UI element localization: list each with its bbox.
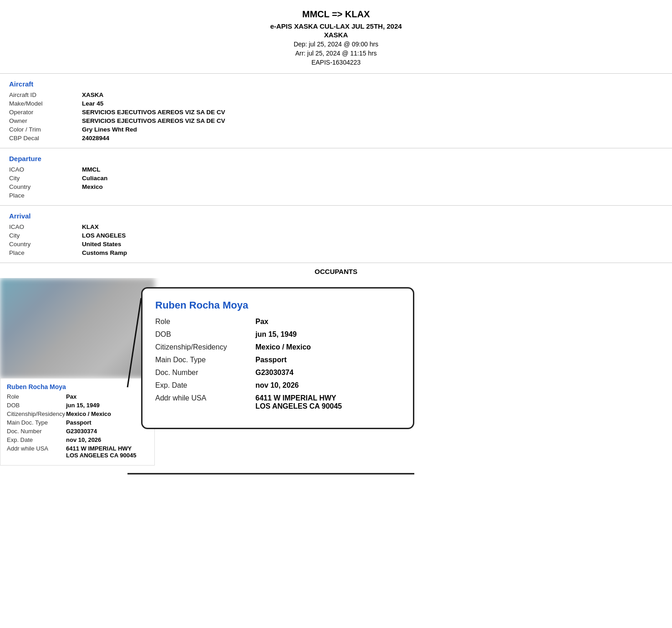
field-row: Citizenship/ResidencyMexico / Mexico: [155, 343, 400, 351]
occupant-card-large: Ruben Rocha Moya RolePaxDOBjun 15, 1949C…: [141, 287, 414, 429]
field-label: Country: [9, 183, 82, 190]
field-row: ICAOMMCL: [9, 166, 663, 173]
aircraft-section: Aircraft Aircraft IDXASKAMake/ModelLear …: [0, 74, 672, 148]
field-value: Pax: [66, 393, 76, 400]
large-card-fields: RolePaxDOBjun 15, 1949Citizenship/Reside…: [155, 318, 400, 410]
departure-time: Dep: jul 25, 2024 @ 09:00 hrs: [18, 41, 654, 48]
field-row: Exp. Datenov 10, 2026: [155, 381, 400, 390]
departure-section: Departure ICAOMMCLCityCuliacanCountryMex…: [0, 148, 672, 206]
field-row: Aircraft IDXASKA: [9, 91, 663, 98]
field-value: KLAX: [82, 223, 99, 230]
field-row: Citizenship/ResidencyMexico / Mexico: [7, 410, 148, 417]
field-label: ICAO: [9, 166, 82, 173]
field-label: Citizenship/Residency: [155, 343, 255, 351]
field-label: Doc. Number: [155, 369, 255, 377]
field-label: CBP Decal: [9, 135, 82, 142]
field-value: MMCL: [82, 166, 101, 173]
field-value: Culiacan: [82, 175, 107, 182]
field-label: Main Doc. Type: [7, 419, 66, 426]
field-label: Addr while USA: [155, 394, 255, 402]
occupants-title: OCCUPANTS: [0, 263, 672, 278]
field-row: CBP Decal24028944: [9, 135, 663, 142]
eapis-number: EAPIS-16304223: [18, 59, 654, 66]
flight-subtitle: e-APIS XASKA CUL-LAX JUL 25TH, 2024: [18, 22, 654, 30]
field-row: Main Doc. TypePassport: [155, 356, 400, 364]
occupant-card-small: Ruben Rocha Moya RolePaxDOBjun 15, 1949C…: [0, 378, 155, 466]
field-row: OperatorSERVICIOS EJECUTIVOS AEREOS VIZ …: [9, 109, 663, 116]
field-row: Addr while USA6411 W IMPERIAL HWY LOS AN…: [155, 394, 400, 410]
field-label: Role: [155, 318, 255, 326]
small-card-name: Ruben Rocha Moya: [7, 383, 148, 390]
field-value: Passport: [255, 356, 286, 364]
field-row: OwnerSERVICIOS EJECUTIVOS AEREOS VIZ SA …: [9, 117, 663, 124]
field-label: Addr while USA: [7, 445, 66, 452]
field-row: Doc. NumberG23030374: [7, 428, 148, 435]
arrival-fields: ICAOKLAXCityLOS ANGELESCountryUnited Sta…: [9, 223, 663, 256]
field-label: ICAO: [9, 223, 82, 230]
field-label: Owner: [9, 117, 82, 124]
field-row: CountryUnited States: [9, 241, 663, 248]
field-label: Exp. Date: [155, 381, 255, 390]
arrival-section: Arrival ICAOKLAXCityLOS ANGELESCountryUn…: [0, 206, 672, 263]
field-label: Place: [9, 249, 82, 256]
field-value: G23030374: [66, 428, 97, 435]
field-value: G23030374: [255, 369, 294, 377]
field-value: Passport: [66, 419, 92, 426]
field-value: jun 15, 1949: [66, 402, 100, 409]
field-value: nov 10, 2026: [66, 436, 101, 443]
photo-blur: [0, 278, 155, 378]
field-value: 6411 W IMPERIAL HWY LOS ANGELES CA 90045: [66, 445, 136, 459]
field-value: SERVICIOS EJECUTIVOS AEREOS VIZ SA DE CV: [82, 109, 225, 116]
field-row: Exp. Datenov 10, 2026: [7, 436, 148, 443]
field-label: Color / Trim: [9, 126, 82, 133]
field-value: XASKA: [82, 91, 103, 98]
departure-fields: ICAOMMCLCityCuliacanCountryMexicoPlace: [9, 166, 663, 199]
field-label: Citizenship/Residency: [7, 410, 66, 417]
field-row: ICAOKLAX: [9, 223, 663, 230]
departure-section-title: Departure: [9, 155, 663, 162]
field-row: Addr while USA6411 W IMPERIAL HWY LOS AN…: [7, 445, 148, 459]
field-row: Place: [9, 192, 663, 199]
occupants-header-area: OCCUPANTS: [0, 263, 672, 278]
field-value: United States: [82, 241, 121, 248]
field-value: Gry Lines Wht Red: [82, 126, 137, 133]
field-value: SERVICIOS EJECUTIVOS AEREOS VIZ SA DE CV: [82, 117, 225, 124]
field-value: jun 15, 1949: [255, 330, 297, 339]
field-label: Exp. Date: [7, 436, 66, 443]
occupants-area: Ruben Rocha Moya RolePaxDOBjun 15, 1949C…: [0, 278, 672, 478]
field-value: LOS ANGELES: [82, 232, 126, 239]
field-label: Operator: [9, 109, 82, 116]
field-row: CityCuliacan: [9, 175, 663, 182]
header: MMCL => KLAX e-APIS XASKA CUL-LAX JUL 25…: [0, 0, 672, 74]
field-row: DOBjun 15, 1949: [155, 330, 400, 339]
flight-name: XASKA: [18, 31, 654, 39]
small-card-fields: RolePaxDOBjun 15, 1949Citizenship/Reside…: [7, 393, 148, 459]
field-row: RolePax: [155, 318, 400, 326]
field-label: Country: [9, 241, 82, 248]
field-row: Make/ModelLear 45: [9, 100, 663, 107]
route-title: MMCL => KLAX: [18, 9, 654, 20]
field-label: City: [9, 232, 82, 239]
field-label: Make/Model: [9, 100, 82, 107]
field-value: Mexico / Mexico: [255, 343, 311, 351]
aircraft-section-title: Aircraft: [9, 80, 663, 88]
field-value: 24028944: [82, 135, 109, 142]
arrival-section-title: Arrival: [9, 212, 663, 220]
aircraft-fields: Aircraft IDXASKAMake/ModelLear 45Operato…: [9, 91, 663, 142]
field-value: Customs Ramp: [82, 249, 127, 256]
field-row: CityLOS ANGELES: [9, 232, 663, 239]
field-value: Pax: [255, 318, 268, 326]
field-label: Role: [7, 393, 66, 400]
field-value: Mexico: [82, 183, 103, 190]
large-card-name: Ruben Rocha Moya: [155, 299, 400, 311]
field-label: Place: [9, 192, 82, 199]
field-row: Main Doc. TypePassport: [7, 419, 148, 426]
field-label: Doc. Number: [7, 428, 66, 435]
field-value: Mexico / Mexico: [66, 410, 111, 417]
field-row: RolePax: [7, 393, 148, 400]
field-row: DOBjun 15, 1949: [7, 402, 148, 409]
field-row: PlaceCustoms Ramp: [9, 249, 663, 256]
arrival-time: Arr: jul 25, 2024 @ 11:15 hrs: [18, 50, 654, 57]
field-row: Doc. NumberG23030374: [155, 369, 400, 377]
field-row: Color / TrimGry Lines Wht Red: [9, 126, 663, 133]
